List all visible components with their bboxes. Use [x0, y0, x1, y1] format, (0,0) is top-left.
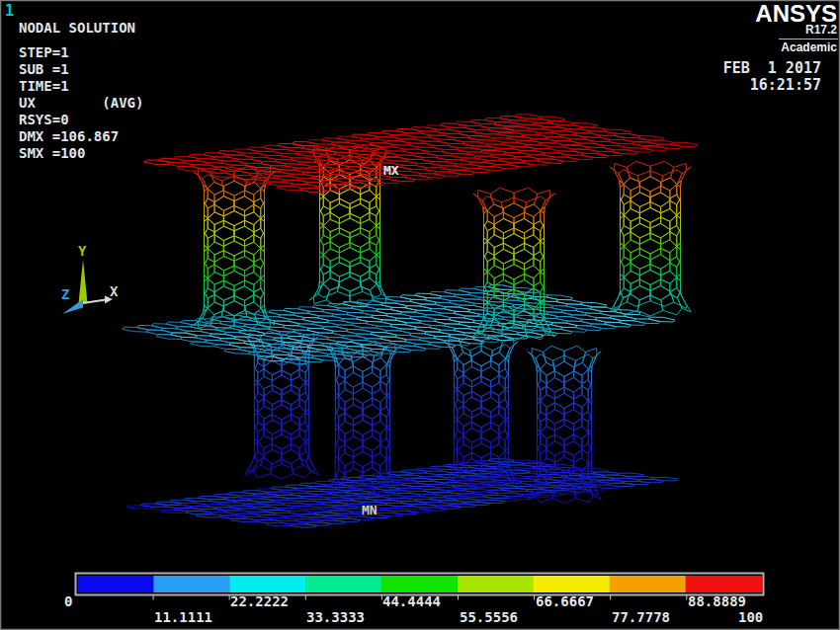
legend-segment	[610, 576, 686, 592]
solution-title: NODAL SOLUTION	[19, 20, 135, 36]
legend-value-4: 44.4444	[382, 593, 441, 609]
legend-value-8: 88.8889	[688, 593, 746, 609]
legend-segment	[686, 576, 762, 592]
y-axis-label: Y	[78, 243, 87, 259]
legend-segment	[458, 576, 534, 592]
max-node-marker: MX	[383, 163, 399, 178]
ansys-application-window: 1 NODAL SOLUTION STEP=1 SUB =1 TIME=1 UX…	[0, 0, 840, 630]
plot-number: 1	[5, 2, 14, 20]
min-node-marker: MN	[362, 503, 378, 517]
solution-sub: SUB =1	[19, 61, 69, 77]
legend-segment	[305, 576, 381, 592]
solution-ux-avg: UX (AVG)	[19, 95, 143, 111]
graphics-viewport[interactable]: 1 NODAL SOLUTION STEP=1 SUB =1 TIME=1 UX…	[0, 0, 840, 630]
solution-step: STEP=1	[19, 44, 69, 60]
legend-value-9: 100	[738, 609, 763, 625]
legend-segment	[229, 576, 305, 592]
legend-value-5: 55.5556	[460, 609, 518, 625]
legend-segment	[78, 576, 154, 592]
legend-color-segments	[78, 576, 763, 592]
x-axis-label: X	[110, 283, 119, 299]
legend-value-2: 22.2222	[230, 593, 289, 609]
release-label: R17.2	[805, 23, 837, 37]
solution-dmx: DMX =106.867	[19, 128, 119, 144]
legend-segment	[534, 576, 610, 592]
solution-time: TIME=1	[19, 78, 69, 94]
legend-value-0: 0	[64, 593, 72, 609]
time-label: 16:21:57	[750, 76, 821, 94]
legend-segment	[153, 576, 229, 592]
legend-value-6: 66.6667	[536, 593, 594, 609]
solution-rsys: RSYS=0	[19, 112, 69, 127]
legend-value-1: 11.1111	[154, 609, 212, 625]
solution-smx: SMX =100	[19, 145, 85, 161]
date-label: FEB 1 2017	[723, 59, 821, 77]
edition-label: Academic	[781, 40, 837, 54]
legend-value-7: 77.7778	[612, 609, 670, 625]
legend-segment	[381, 576, 458, 592]
legend-value-3: 33.3333	[306, 609, 365, 625]
z-axis-label: Z	[61, 286, 69, 302]
